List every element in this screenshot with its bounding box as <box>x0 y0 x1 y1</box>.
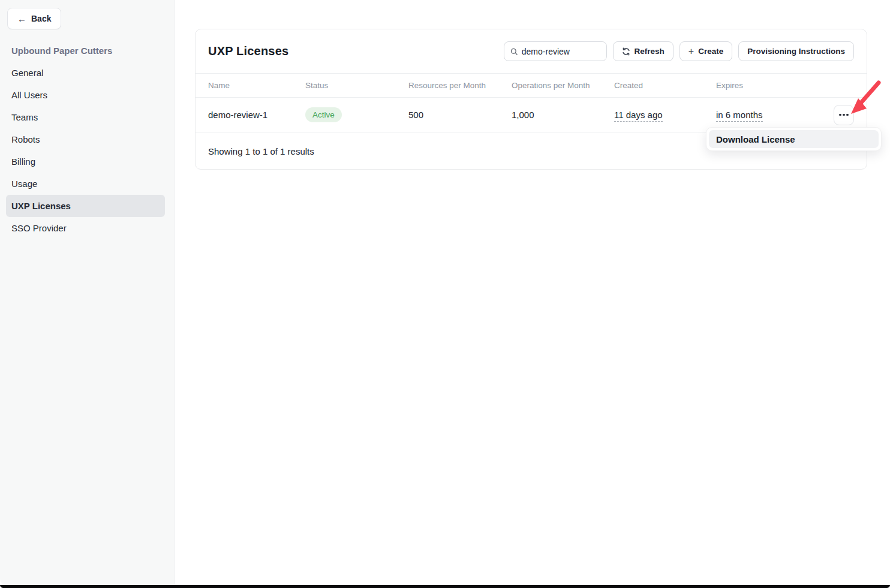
refresh-icon <box>622 47 630 56</box>
provisioning-instructions-button[interactable]: Provisioning Instructions <box>738 41 854 61</box>
row-actions-dropdown: Download License <box>706 127 882 151</box>
create-button-label: Create <box>698 47 723 56</box>
cell-actions <box>825 105 854 125</box>
org-name: Upbound Paper Cutters <box>11 46 112 56</box>
sidebar-item-billing[interactable]: Billing <box>6 150 165 173</box>
cell-created: 11 days ago <box>614 110 716 120</box>
cell-expires: in 6 months <box>716 110 825 120</box>
cell-operations: 1,000 <box>512 110 614 120</box>
search-box[interactable] <box>504 41 607 61</box>
column-header-expires: Expires <box>716 81 825 90</box>
status-badge: Active <box>305 107 342 122</box>
created-relative-time[interactable]: 11 days ago <box>614 110 663 122</box>
sidebar-item-all-users[interactable]: All Users <box>6 84 165 106</box>
cell-resources: 500 <box>408 110 512 120</box>
sidebar-nav: General All Users Teams Robots Billing U… <box>6 62 165 239</box>
column-header-operations: Operations per Month <box>512 81 614 90</box>
search-input[interactable] <box>522 47 600 56</box>
row-actions-menu-button[interactable] <box>834 105 854 125</box>
table-header-row: Name Status Resources per Month Operatio… <box>196 74 867 98</box>
sidebar: ← Back Upbound Paper Cutters General All… <box>0 0 175 585</box>
sidebar-item-usage[interactable]: Usage <box>6 173 165 195</box>
page-title: UXP Licenses <box>208 44 288 58</box>
create-button[interactable]: + Create <box>679 41 732 61</box>
sidebar-item-uxp-licenses[interactable]: UXP Licenses <box>6 195 165 217</box>
back-arrow-icon: ← <box>17 14 26 23</box>
back-button-label: Back <box>31 14 51 23</box>
back-button[interactable]: ← Back <box>7 8 61 29</box>
window-bottom-edge <box>0 585 890 588</box>
ellipsis-icon <box>839 114 841 116</box>
sidebar-item-sso-provider[interactable]: SSO Provider <box>6 217 165 239</box>
provisioning-instructions-label: Provisioning Instructions <box>747 47 845 56</box>
menu-item-download-license[interactable]: Download License <box>709 130 879 148</box>
column-header-name: Name <box>208 81 305 90</box>
sidebar-item-robots[interactable]: Robots <box>6 128 165 150</box>
refresh-button[interactable]: Refresh <box>613 41 673 61</box>
toolbar: Refresh + Create Provisioning Instructio… <box>504 41 854 61</box>
search-icon <box>510 47 518 56</box>
sidebar-item-general[interactable]: General <box>6 62 165 84</box>
cell-name: demo-review-1 <box>208 110 305 120</box>
sidebar-item-teams[interactable]: Teams <box>6 106 165 128</box>
plus-icon: + <box>688 47 694 56</box>
results-summary: Showing 1 to 1 of 1 results <box>208 146 314 156</box>
column-header-resources: Resources per Month <box>408 81 512 90</box>
column-header-created: Created <box>614 81 716 90</box>
expires-relative-time[interactable]: in 6 months <box>716 110 763 122</box>
card-header: UXP Licenses Refresh + <box>196 29 867 74</box>
cell-status: Active <box>305 107 408 122</box>
refresh-button-label: Refresh <box>635 47 665 56</box>
column-header-status: Status <box>305 81 408 90</box>
